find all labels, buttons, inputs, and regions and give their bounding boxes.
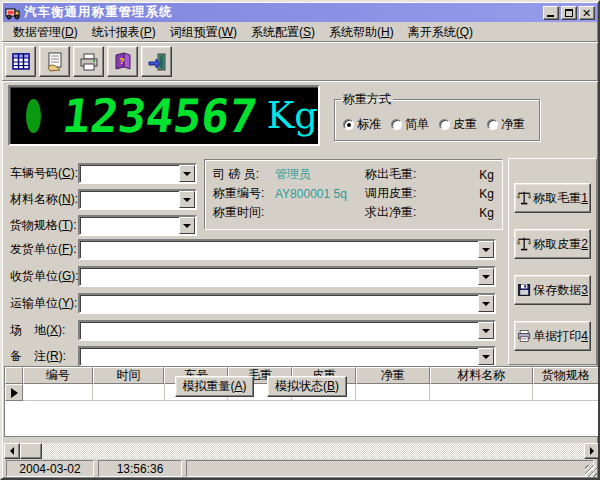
transport-unit-combobox[interactable] — [78, 293, 496, 314]
chevron-down-icon — [482, 275, 490, 283]
scrollbar-thumb[interactable] — [20, 443, 42, 459]
weigh-number-label: 称重编号: — [213, 185, 275, 202]
remark-combobox[interactable] — [78, 346, 496, 367]
material-name-input[interactable] — [80, 191, 179, 208]
simulate-status-button[interactable]: 模拟状态(B) — [267, 376, 347, 397]
goods-spec-dropdown-button[interactable] — [179, 217, 195, 234]
chevron-down-icon — [183, 172, 191, 180]
scroll-left-button[interactable] — [4, 443, 20, 459]
close-icon: ✕ — [582, 7, 591, 20]
resize-grip[interactable] — [585, 465, 597, 477]
radio-simple[interactable]: 简单 — [391, 116, 429, 133]
site-label: 场 地(X): — [10, 320, 65, 341]
remark-dropdown-button[interactable] — [478, 348, 494, 365]
chevron-down-icon — [183, 224, 191, 232]
menu-item-statistics-report[interactable]: 统计报表(P) — [85, 22, 163, 43]
minimize-button[interactable] — [543, 6, 559, 20]
toolbar-help-button[interactable]: ? — [107, 46, 138, 77]
sender-unit-dropdown-button[interactable] — [478, 241, 494, 258]
radio-net-circle[interactable] — [487, 119, 498, 130]
weight-display: 1234567 Kg — [8, 85, 320, 146]
chevron-down-icon — [482, 355, 490, 363]
weigh-time-label: 称重时间: — [213, 204, 275, 221]
window-controls: ✕ — [543, 6, 595, 20]
transport-unit-dropdown-button[interactable] — [478, 295, 494, 312]
menu-item-phrase-preset[interactable]: 词组预置(W) — [163, 22, 244, 43]
weigh-tare-button[interactable]: 称取皮重2 — [514, 229, 591, 259]
app-window: 汽车衡通用称重管理系统 ✕ 数据管理(D) 统计报表(P) 词组预置(W) 系统… — [0, 0, 600, 480]
site-combobox[interactable] — [78, 320, 496, 341]
radio-tare[interactable]: 皮重 — [439, 116, 477, 133]
site-input[interactable] — [80, 322, 478, 339]
simulate-weight-button[interactable]: 模拟重量(A) — [175, 376, 254, 397]
vehicle-number-combobox[interactable] — [78, 163, 197, 184]
material-name-combobox[interactable] — [78, 189, 197, 210]
radio-simple-circle[interactable] — [391, 119, 402, 130]
chevron-down-icon — [183, 198, 191, 206]
titlebar[interactable]: 汽车衡通用称重管理系统 ✕ — [3, 3, 597, 22]
menu-item-system-config[interactable]: 系统配置(S) — [244, 22, 322, 43]
receiver-unit-combobox[interactable] — [78, 266, 496, 287]
col-header-material: 材料名称 — [430, 367, 534, 384]
horizontal-scrollbar[interactable] — [4, 443, 600, 459]
minimize-icon — [547, 15, 554, 17]
vehicle-number-dropdown-button[interactable] — [179, 165, 195, 182]
data-table-icon — [10, 51, 32, 73]
menu-item-exit-system[interactable]: 离开系统(Q) — [401, 22, 480, 43]
operator-label: 司 磅 员: — [213, 166, 275, 183]
remark-label: 备 注(R): — [10, 346, 66, 367]
menu-item-system-help[interactable]: 系统帮助(H) — [322, 22, 401, 43]
maximize-button[interactable] — [561, 6, 577, 20]
sender-unit-combobox[interactable] — [78, 239, 496, 260]
goods-spec-combobox[interactable] — [78, 215, 197, 236]
toolbar-exit-button[interactable] — [141, 46, 172, 77]
statusbar: 2004-03-02 13:56:36 — [2, 458, 598, 478]
material-name-dropdown-button[interactable] — [179, 191, 195, 208]
printer-icon — [78, 51, 100, 73]
radio-net[interactable]: 净重 — [487, 116, 525, 133]
weigh-gross-button[interactable]: 称取毛重1 — [514, 183, 591, 213]
radio-standard-circle[interactable] — [343, 119, 354, 130]
arrow-right-icon — [590, 447, 598, 455]
radio-standard[interactable]: 标准 — [343, 116, 381, 133]
radio-tare-circle[interactable] — [439, 119, 450, 130]
print-receipt-button[interactable]: 单据打印4 — [514, 321, 591, 351]
goods-spec-label: 货物规格(T): — [10, 215, 77, 236]
toolbar-data-table-button[interactable] — [5, 46, 36, 77]
status-date: 2004-03-02 — [6, 460, 94, 477]
row-selector[interactable] — [5, 384, 23, 401]
sender-unit-input[interactable] — [80, 241, 478, 258]
weight-value: 1234567 — [60, 93, 260, 139]
records-table-body — [5, 401, 599, 436]
weigh-number-value: AY800001 5q — [275, 187, 365, 201]
site-dropdown-button[interactable] — [478, 322, 494, 339]
toolbar-report-button[interactable] — [39, 46, 70, 77]
net-weight-unit: Kg — [474, 206, 494, 220]
save-data-button[interactable]: 保存数据3 — [514, 275, 591, 305]
col-header-id: 编号 — [23, 367, 93, 384]
toolbar-print-button[interactable] — [73, 46, 104, 77]
close-button[interactable]: ✕ — [579, 6, 595, 20]
status-message-panel — [186, 460, 594, 477]
gross-weight-label: 称出毛重: — [365, 166, 435, 183]
receiver-unit-dropdown-button[interactable] — [478, 268, 494, 285]
tare-weight-unit: Kg — [474, 187, 494, 201]
transport-unit-input[interactable] — [80, 295, 478, 312]
report-icon — [44, 51, 66, 73]
chevron-down-icon — [482, 329, 490, 337]
goods-spec-input[interactable] — [80, 217, 179, 234]
sender-unit-label: 发货单位(F): — [10, 239, 77, 260]
client-area: 1234567 Kg 称重方式 标准 简单 皮重 — [2, 81, 598, 460]
menubar: 数据管理(D) 统计报表(P) 词组预置(W) 系统配置(S) 系统帮助(H) … — [2, 23, 598, 43]
vehicle-number-input[interactable] — [80, 165, 179, 182]
svg-text:?: ? — [119, 56, 125, 66]
save-icon — [517, 281, 531, 299]
receiver-unit-input[interactable] — [80, 268, 478, 285]
exit-icon — [146, 51, 168, 73]
weighing-info-panel: 司 磅 员: 管理员 称出毛重: Kg 称重编号: AY800001 5q 调用… — [204, 159, 503, 230]
weigh-mode-group: 称重方式 标准 简单 皮重 净重 — [334, 91, 540, 141]
scroll-right-button[interactable] — [584, 443, 600, 459]
menu-item-data-management[interactable]: 数据管理(D) — [6, 22, 85, 43]
vehicle-number-label: 车辆号码(C): — [10, 163, 78, 184]
remark-input[interactable] — [80, 348, 478, 365]
